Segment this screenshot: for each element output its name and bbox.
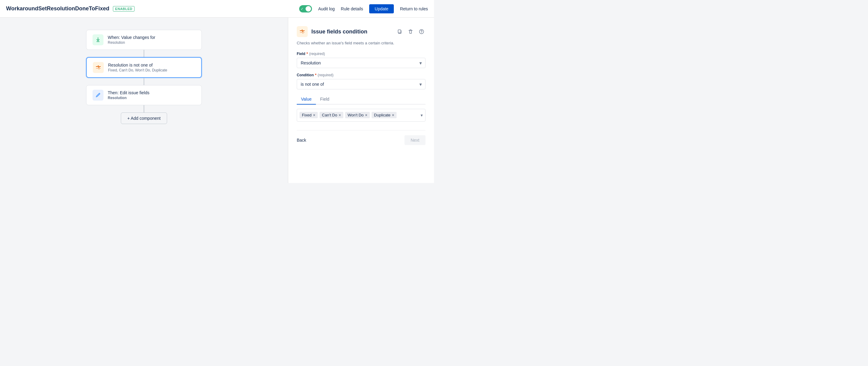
panel-description: Checks whether an issue's field meets a … bbox=[297, 40, 426, 46]
page-title: WorkaroundSetResolutionDoneToFixed bbox=[6, 5, 109, 12]
value-field-tabs: Value Field bbox=[297, 94, 426, 105]
tag-wontdo: Won't Do × bbox=[345, 112, 370, 118]
connector-2 bbox=[144, 78, 144, 85]
trigger-node[interactable]: When: Value changes for Resolution bbox=[86, 30, 202, 50]
update-button[interactable]: Update bbox=[369, 4, 394, 13]
field-select-wrapper: Resolution bbox=[297, 58, 426, 68]
tag-fixed-remove[interactable]: × bbox=[313, 113, 315, 117]
svg-point-4 bbox=[421, 33, 422, 33]
connector-3 bbox=[144, 105, 144, 112]
enabled-badge: ENABLED bbox=[113, 6, 134, 11]
panel-icon bbox=[297, 26, 308, 37]
field-required-star: * bbox=[307, 52, 308, 56]
panel-actions bbox=[396, 28, 426, 36]
canvas-area: When: Value changes for Resolution Resol… bbox=[0, 18, 288, 183]
delete-button[interactable] bbox=[407, 28, 414, 36]
main-layout: When: Value changes for Resolution Resol… bbox=[0, 18, 434, 183]
field-label: Field * (required) bbox=[297, 52, 426, 56]
panel-header: Issue fields condition bbox=[297, 26, 426, 37]
audit-log-link[interactable]: Audit log bbox=[318, 6, 335, 11]
add-component-button[interactable]: + Add component bbox=[121, 112, 167, 124]
tab-field[interactable]: Field bbox=[316, 94, 334, 105]
tags-input[interactable]: Fixed × Can't Do × Won't Do × Duplicate … bbox=[297, 109, 426, 122]
field-required-text: (required) bbox=[309, 52, 325, 56]
next-button: Next bbox=[404, 135, 426, 145]
tab-value[interactable]: Value bbox=[297, 94, 316, 105]
trigger-text: When: Value changes for Resolution bbox=[108, 35, 155, 45]
condition-node[interactable]: Resolution is not one of Fixed, Can't Do… bbox=[86, 57, 202, 78]
trigger-icon bbox=[93, 34, 103, 45]
action-icon bbox=[93, 90, 103, 101]
action-title: Then: Edit issue fields bbox=[108, 90, 149, 95]
condition-select[interactable]: is not one of bbox=[297, 79, 426, 89]
condition-label: Condition * (required) bbox=[297, 73, 426, 77]
side-panel: Issue fields condition bbox=[288, 18, 434, 183]
return-to-rules-link[interactable]: Return to rules bbox=[400, 6, 428, 11]
tag-duplicate-remove[interactable]: × bbox=[392, 113, 394, 117]
panel-footer: Back Next bbox=[297, 130, 426, 145]
toggle-check-icon: ✓ bbox=[301, 7, 304, 11]
panel-title: Issue fields condition bbox=[311, 29, 392, 35]
trigger-subtitle: Resolution bbox=[108, 40, 155, 45]
action-text: Then: Edit issue fields Resolution bbox=[108, 90, 149, 100]
condition-select-wrapper: is not one of bbox=[297, 79, 426, 89]
back-button[interactable]: Back bbox=[297, 138, 306, 142]
header: WorkaroundSetResolutionDoneToFixed ENABL… bbox=[0, 0, 434, 18]
duplicate-button[interactable] bbox=[396, 28, 404, 36]
enabled-toggle[interactable]: ✓ bbox=[299, 5, 312, 12]
condition-required-star: * bbox=[315, 73, 316, 77]
condition-required-text: (required) bbox=[318, 73, 334, 77]
rule-details-link[interactable]: Rule details bbox=[341, 6, 363, 11]
tags-dropdown-arrow[interactable]: ▾ bbox=[421, 113, 423, 118]
condition-title: Resolution is not one of bbox=[108, 63, 167, 67]
condition-text: Resolution is not one of Fixed, Can't Do… bbox=[108, 63, 167, 72]
action-node[interactable]: Then: Edit issue fields Resolution bbox=[86, 85, 202, 105]
field-section: Field * (required) Resolution bbox=[297, 52, 426, 73]
svg-rect-0 bbox=[96, 41, 99, 42]
toggle-wrap[interactable]: ✓ bbox=[299, 5, 312, 12]
svg-rect-2 bbox=[398, 30, 401, 33]
help-button[interactable] bbox=[417, 28, 426, 36]
field-select[interactable]: Resolution bbox=[297, 58, 426, 68]
tag-fixed: Fixed × bbox=[300, 112, 318, 118]
condition-section: Condition * (required) is not one of bbox=[297, 73, 426, 94]
tag-wontdo-remove[interactable]: × bbox=[365, 113, 367, 117]
trigger-title: When: Value changes for bbox=[108, 35, 155, 40]
flow-container: When: Value changes for Resolution Resol… bbox=[86, 30, 202, 124]
condition-icon bbox=[93, 62, 104, 73]
condition-subtitle: Fixed, Can't Do, Won't Do, Duplicate bbox=[108, 68, 167, 72]
tag-duplicate: Duplicate × bbox=[372, 112, 397, 118]
header-right: ✓ Audit log Rule details Update Return t… bbox=[299, 4, 428, 13]
action-subtitle: Resolution bbox=[108, 96, 149, 100]
tag-cantdo: Can't Do × bbox=[319, 112, 343, 118]
tag-cantdo-remove[interactable]: × bbox=[339, 113, 341, 117]
connector-1 bbox=[144, 50, 144, 57]
